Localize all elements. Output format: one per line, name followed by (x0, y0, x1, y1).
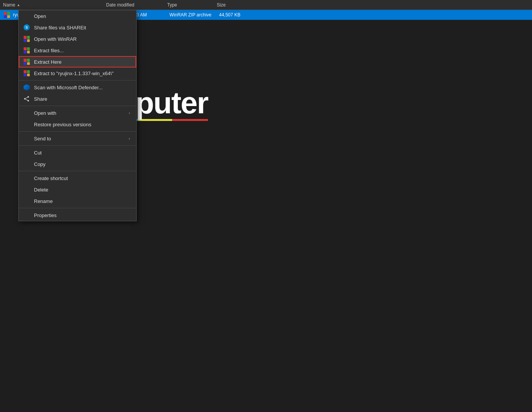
file-zip-icon (3, 12, 11, 18)
col-size-header[interactable]: Size (217, 2, 247, 8)
menu-icon-extract-files (23, 47, 30, 54)
menu-icon-scan-defender (23, 84, 30, 91)
menu-submenu-arrow-open-with: › (129, 111, 130, 115)
menu-separator (19, 131, 136, 132)
menu-item-share[interactable]: Share (19, 93, 136, 105)
menu-item-extract-files[interactable]: Extract files... (19, 45, 136, 56)
menu-icon-properties (23, 212, 30, 219)
menu-icon-open (23, 13, 30, 19)
menu-icon-copy (23, 161, 30, 167)
menu-item-cut[interactable]: Cut (19, 147, 136, 158)
menu-item-shareit[interactable]: SShare files via SHAREit (19, 22, 136, 33)
menu-separator (19, 106, 136, 106)
name-column-label: Name (3, 2, 15, 8)
menu-icon-extract-to (23, 70, 30, 77)
menu-icon-shareit: S (23, 24, 30, 31)
menu-icon-open-with (23, 109, 30, 116)
menu-item-copy[interactable]: Copy (19, 158, 136, 170)
menu-label-shareit: Share files via SHAREit (34, 25, 130, 31)
svg-line-4 (25, 99, 28, 101)
menu-label-rename: Rename (34, 198, 130, 204)
menu-icon-extract-here (23, 58, 30, 65)
menu-label-send-to: Send to (34, 136, 125, 142)
menu-item-properties[interactable]: Properties (19, 209, 136, 221)
menu-item-delete[interactable]: Delete (19, 184, 136, 195)
menu-label-open-with: Open with (34, 110, 125, 116)
menu-item-open[interactable]: Open (19, 10, 136, 22)
column-headers: Name ▲ Date modified Type Size (0, 0, 532, 10)
menu-label-cut: Cut (34, 150, 130, 156)
menu-label-extract-files: Extract files... (34, 48, 130, 53)
menu-item-rename[interactable]: Rename (19, 195, 136, 207)
menu-separator (19, 145, 136, 146)
menu-label-open-winrar: Open with WinRAR (34, 36, 130, 42)
menu-icon-restore-versions (23, 121, 30, 128)
file-type: WinRAR ZIP archive (169, 12, 219, 18)
date-column-label: Date modified (106, 2, 134, 8)
col-type-header[interactable]: Type (167, 2, 217, 8)
menu-label-open: Open (34, 13, 130, 19)
menu-label-properties: Properties (34, 212, 130, 218)
type-column-label: Type (167, 2, 177, 8)
menu-item-scan-defender[interactable]: Scan with Microsoft Defender... (19, 82, 136, 93)
menu-label-delete: Delete (34, 187, 130, 193)
sort-arrow-icon: ▲ (17, 3, 20, 7)
menu-item-extract-here[interactable]: Extract Here (19, 56, 136, 68)
menu-label-restore-versions: Restore previous versions (34, 122, 130, 127)
menu-icon-create-shortcut (23, 175, 30, 182)
menu-label-extract-here: Extract Here (34, 59, 130, 65)
menu-item-open-with[interactable]: Open with› (19, 107, 136, 119)
menu-icon-share (23, 95, 30, 102)
menu-label-scan-defender: Scan with Microsoft Defender... (34, 85, 130, 90)
menu-separator (19, 171, 136, 171)
menu-label-create-shortcut: Create shortcut (34, 175, 130, 181)
menu-label-copy: Copy (34, 161, 130, 167)
col-date-header[interactable]: Date modified (106, 2, 167, 8)
size-column-label: Size (217, 2, 226, 8)
svg-line-3 (25, 97, 28, 99)
menu-label-extract-to: Extract to "ryujinx-1.1.337-win_x64\" (34, 71, 130, 76)
menu-icon-cut (23, 149, 30, 156)
menu-label-share: Share (34, 96, 130, 102)
col-name-header[interactable]: Name ▲ (3, 2, 106, 8)
menu-item-extract-to[interactable]: Extract to "ryujinx-1.1.337-win_x64\" (19, 68, 136, 79)
menu-icon-rename (23, 198, 30, 204)
context-menu: OpenSShare files via SHAREitOpen with Wi… (18, 10, 137, 221)
menu-icon-delete (23, 186, 30, 193)
menu-item-open-winrar[interactable]: Open with WinRAR (19, 33, 136, 45)
menu-icon-send-to (23, 135, 30, 142)
menu-separator (19, 208, 136, 208)
menu-submenu-arrow-send-to: › (129, 136, 130, 141)
menu-separator (19, 80, 136, 80)
menu-item-send-to[interactable]: Send to› (19, 133, 136, 144)
file-size: 44,507 KB (219, 12, 250, 18)
menu-item-restore-versions[interactable]: Restore previous versions (19, 119, 136, 130)
menu-item-create-shortcut[interactable]: Create shortcut (19, 172, 136, 184)
menu-icon-open-winrar (23, 35, 30, 42)
